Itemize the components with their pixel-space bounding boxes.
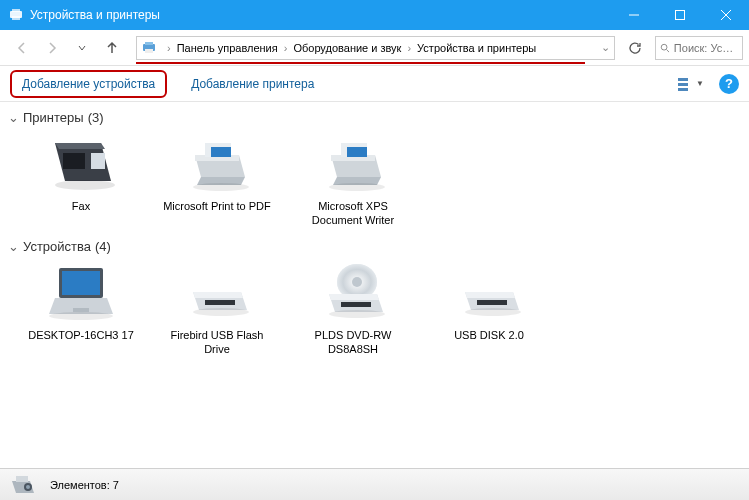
device-item[interactable]: USB DISK 2.0 <box>434 262 544 356</box>
status-bar: Элементов: 7 <box>0 468 749 500</box>
svg-point-25 <box>193 183 249 191</box>
devices-list: DESKTOP-16CH3 17 Firebird USB Flash Driv… <box>0 258 749 364</box>
device-label: Firebird USB Flash Drive <box>162 328 272 356</box>
svg-rect-1 <box>12 9 20 12</box>
titlebar: Устройства и принтеры <box>0 0 749 30</box>
svg-rect-17 <box>91 153 105 169</box>
svg-point-40 <box>193 308 249 316</box>
svg-rect-24 <box>211 147 231 157</box>
device-label: Microsoft Print to PDF <box>163 199 271 213</box>
annotation-underline <box>136 62 585 64</box>
svg-rect-50 <box>477 300 507 305</box>
printer-icon <box>317 133 389 195</box>
devices-printers-icon <box>8 7 24 23</box>
navigation-row: › Панель управления › Оборудование и зву… <box>0 30 749 66</box>
section-count: (4) <box>95 239 111 254</box>
svg-point-51 <box>465 308 521 316</box>
device-item[interactable]: Fax <box>26 133 136 227</box>
maximize-button[interactable] <box>657 0 703 30</box>
svg-marker-16 <box>55 143 105 149</box>
chevron-down-icon: ⌄ <box>8 110 19 125</box>
svg-point-10 <box>661 44 667 50</box>
svg-rect-46 <box>341 302 371 307</box>
device-label: USB DISK 2.0 <box>454 328 524 342</box>
svg-point-47 <box>329 310 385 318</box>
section-count: (3) <box>88 110 104 125</box>
content-area: ⌄ Принтеры (3) Fax <box>0 102 749 468</box>
svg-rect-39 <box>205 300 235 305</box>
add-printer-button[interactable]: Добавление принтера <box>191 77 314 91</box>
close-button[interactable] <box>703 0 749 30</box>
device-label: PLDS DVD-RW DS8A8SH <box>298 328 408 356</box>
svg-rect-2 <box>12 16 20 20</box>
section-title: Устройства <box>23 239 91 254</box>
device-item[interactable]: PLDS DVD-RW DS8A8SH <box>298 262 408 356</box>
device-item[interactable]: DESKTOP-16CH3 17 <box>26 262 136 356</box>
svg-rect-18 <box>63 153 85 169</box>
add-device-button[interactable]: Добавление устройства <box>10 70 167 98</box>
svg-point-31 <box>329 183 385 191</box>
svg-marker-38 <box>193 292 243 298</box>
svg-point-55 <box>26 485 30 489</box>
disk-drive-icon <box>181 262 253 324</box>
chevron-down-icon[interactable]: ⌄ <box>601 41 610 54</box>
section-header-devices[interactable]: ⌄ Устройства (4) <box>0 235 749 258</box>
refresh-button[interactable] <box>623 36 647 60</box>
device-label: DESKTOP-16CH3 17 <box>28 328 134 342</box>
svg-marker-45 <box>329 294 379 300</box>
svg-rect-4 <box>676 11 685 20</box>
help-button[interactable]: ? <box>719 74 739 94</box>
device-item[interactable]: Firebird USB Flash Drive <box>162 262 272 356</box>
minimize-button[interactable] <box>611 0 657 30</box>
svg-marker-49 <box>465 292 515 298</box>
up-button[interactable] <box>100 36 124 60</box>
recent-locations-button[interactable] <box>70 36 94 60</box>
svg-rect-33 <box>62 271 100 295</box>
devices-printers-icon <box>141 40 157 56</box>
breadcrumb[interactable]: › Панель управления › Оборудование и зву… <box>136 36 615 60</box>
device-label: Fax <box>72 199 90 213</box>
svg-point-43 <box>352 277 362 287</box>
section-title: Принтеры <box>23 110 84 125</box>
view-options-button[interactable]: ▼ <box>675 74 707 94</box>
fax-icon <box>45 133 117 195</box>
search-icon <box>660 42 670 54</box>
device-item[interactable]: Microsoft XPS Document Writer <box>298 133 408 227</box>
svg-rect-14 <box>678 88 688 91</box>
breadcrumb-part[interactable]: Панель управления <box>177 42 278 54</box>
svg-point-36 <box>49 312 113 320</box>
printers-list: Fax Microsoft Print to PDF <box>0 129 749 235</box>
svg-point-19 <box>55 180 115 190</box>
section-header-printers[interactable]: ⌄ Принтеры (3) <box>0 106 749 129</box>
disk-drive-icon <box>453 262 525 324</box>
window-title: Устройства и принтеры <box>30 8 611 22</box>
dvd-drive-icon <box>317 262 389 324</box>
svg-rect-30 <box>347 147 367 157</box>
chevron-right-icon[interactable]: › <box>280 42 292 54</box>
devices-printers-icon <box>8 473 40 497</box>
search-box[interactable] <box>655 36 743 60</box>
back-button[interactable] <box>10 36 34 60</box>
device-label: Microsoft XPS Document Writer <box>298 199 408 227</box>
svg-rect-12 <box>678 78 688 81</box>
svg-rect-53 <box>16 476 28 482</box>
laptop-icon <box>45 262 117 324</box>
chevron-right-icon[interactable]: › <box>403 42 415 54</box>
toolbar: Добавление устройства Добавление принтер… <box>0 66 749 102</box>
forward-button[interactable] <box>40 36 64 60</box>
breadcrumb-part[interactable]: Оборудование и звук <box>293 42 401 54</box>
svg-line-11 <box>667 49 669 51</box>
status-text: Элементов: 7 <box>50 479 119 491</box>
chevron-right-icon[interactable]: › <box>163 42 175 54</box>
svg-rect-13 <box>678 83 688 86</box>
printer-icon <box>181 133 253 195</box>
search-input[interactable] <box>674 42 738 54</box>
svg-rect-35 <box>73 308 89 312</box>
device-item[interactable]: Microsoft Print to PDF <box>162 133 272 227</box>
chevron-down-icon: ▼ <box>696 79 704 88</box>
breadcrumb-part[interactable]: Устройства и принтеры <box>417 42 536 54</box>
svg-rect-8 <box>145 42 153 45</box>
svg-rect-9 <box>145 49 153 53</box>
chevron-down-icon: ⌄ <box>8 239 19 254</box>
